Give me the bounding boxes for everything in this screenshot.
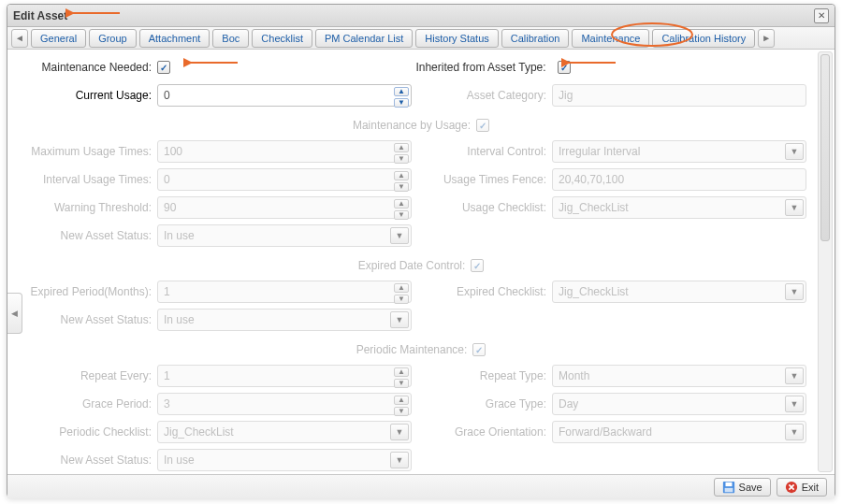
spin-down-icon: ▼	[394, 295, 409, 304]
spin-up-icon: ▲	[394, 143, 409, 152]
tab-group[interactable]: Group	[89, 29, 137, 48]
section-by-usage-title: Maintenance by Usage:	[353, 119, 471, 132]
spin-down-icon: ▼	[394, 379, 409, 388]
repeat-type-label: Repeat Type:	[421, 369, 552, 382]
periodic-checklist-select: Jig_CheckList ▼	[157, 421, 412, 443]
section-by-usage-checkbox	[476, 119, 489, 132]
exit-icon	[785, 481, 798, 494]
periodic-checklist-label: Periodic Checklist:	[26, 425, 157, 439]
asset-category-field: Jig	[552, 84, 806, 107]
svg-rect-1	[725, 482, 732, 485]
chevron-down-icon: ▼	[390, 227, 409, 244]
grace-period-spinner: 3 ▲▼	[157, 393, 412, 415]
expired-status-select: In use ▼	[157, 309, 412, 331]
spin-up-icon: ▲	[394, 367, 409, 377]
grace-type-label: Grace Type:	[421, 397, 552, 410]
expired-period-label: Expired Period(Months):	[26, 285, 157, 298]
periodic-status-label: New Asset Status:	[26, 454, 157, 467]
section-periodic-checkbox	[472, 343, 486, 356]
spin-down-icon: ▼	[394, 210, 409, 220]
section-expired-title: Expired Date Control:	[358, 259, 466, 272]
chevron-down-icon: ▼	[785, 424, 804, 440]
spin-up-icon[interactable]: ▲	[394, 87, 409, 96]
tab-history-status[interactable]: History Status	[415, 29, 498, 48]
chevron-down-icon: ▼	[390, 452, 409, 468]
grace-period-label: Grace Period:	[26, 397, 157, 410]
content-area: Maintenance Needed: Inherited from Asset…	[7, 50, 835, 474]
warn-threshold-spinner: 90 ▲▼	[157, 196, 412, 219]
repeat-every-spinner: 1 ▲▼	[157, 365, 412, 387]
tab-pm-calendar[interactable]: PM Calendar List	[315, 29, 413, 48]
spin-up-icon: ▲	[394, 396, 409, 405]
warn-threshold-label: Warning Threshold:	[26, 201, 157, 214]
tab-scroll-right[interactable]: ►	[758, 29, 775, 48]
save-button[interactable]: Save	[714, 478, 771, 497]
repeat-every-label: Repeat Every:	[26, 369, 157, 382]
current-usage-spinner[interactable]: 0 ▲▼	[157, 84, 412, 107]
save-icon	[722, 481, 735, 494]
tab-maintenance[interactable]: Maintenance	[572, 29, 649, 48]
chevron-down-icon: ▼	[785, 199, 804, 216]
fence-label: Usage Times Fence:	[421, 173, 552, 186]
scrollbar-thumb[interactable]	[820, 54, 830, 241]
periodic-status-select: In use ▼	[157, 449, 412, 471]
chevron-down-icon: ▼	[785, 396, 804, 412]
usage-checklist-select: Jig_CheckList ▼	[552, 196, 806, 219]
current-usage-label: Current Usage:	[26, 89, 157, 102]
usage-checklist-label: Usage Checklist:	[421, 201, 552, 214]
tab-general[interactable]: General	[31, 29, 86, 48]
chevron-down-icon: ▼	[390, 311, 409, 328]
expired-checklist-label: Expired Checklist:	[421, 285, 552, 298]
interval-usage-spinner: 0 ▲▼	[157, 168, 412, 191]
section-periodic-title: Periodic Maintenance:	[356, 343, 468, 356]
spin-up-icon: ▲	[394, 171, 409, 180]
window-title: Edit Asset	[13, 9, 814, 22]
panel-collapse-handle[interactable]: ◀	[7, 293, 22, 334]
grace-type-select: Day ▼	[552, 393, 806, 415]
spin-up-icon: ▲	[394, 283, 409, 293]
close-button[interactable]: ✕	[814, 8, 829, 23]
by-usage-status-label: New Asset Status:	[26, 229, 157, 242]
interval-control-select: Irregular Interval ▼	[552, 140, 806, 163]
spin-down-icon[interactable]: ▼	[394, 98, 409, 108]
repeat-type-select: Month ▼	[552, 365, 806, 387]
tab-calibration[interactable]: Calibration	[501, 29, 570, 48]
maintenance-needed-label: Maintenance Needed:	[26, 61, 157, 74]
max-usage-spinner: 100 ▲▼	[157, 140, 412, 163]
interval-usage-label: Interval Usage Times:	[26, 173, 157, 186]
tab-boc[interactable]: Boc	[212, 29, 249, 48]
fence-field: 20,40,70,100	[552, 168, 806, 191]
spin-down-icon: ▼	[394, 182, 409, 192]
tab-calibration-history[interactable]: Calibration History	[652, 29, 755, 48]
tab-scroll-left[interactable]: ◄	[11, 29, 28, 48]
expired-period-spinner: 1 ▲▼	[157, 281, 412, 303]
section-expired-checkbox	[471, 259, 484, 272]
maintenance-needed-checkbox[interactable]	[157, 61, 170, 74]
interval-control-label: Interval Control:	[421, 145, 552, 158]
expired-checklist-select: Jig_CheckList ▼	[552, 281, 806, 303]
titlebar: Edit Asset ✕	[7, 5, 835, 27]
footer: Save Exit	[7, 474, 835, 498]
exit-button[interactable]: Exit	[777, 478, 827, 497]
asset-category-label: Asset Category:	[421, 89, 552, 102]
chevron-down-icon: ▼	[785, 283, 804, 300]
grace-orientation-label: Grace Orientation:	[421, 425, 552, 439]
tab-checklist[interactable]: Checklist	[252, 29, 312, 48]
grace-orientation-select: Forward/Backward ▼	[552, 421, 806, 443]
chevron-down-icon: ▼	[390, 424, 409, 440]
svg-rect-2	[724, 487, 733, 491]
by-usage-status-select: In use ▼	[157, 224, 412, 247]
tab-attachment[interactable]: Attachment	[139, 29, 210, 48]
expired-status-label: New Asset Status:	[26, 313, 157, 326]
edit-asset-window: Edit Asset ✕ ◄ General Group Attachment …	[7, 4, 835, 497]
inherited-label: Inherited from Asset Type:	[415, 61, 551, 74]
chevron-down-icon: ▼	[785, 367, 804, 384]
max-usage-label: Maximum Usage Times:	[26, 145, 157, 158]
inherited-checkbox[interactable]	[558, 61, 571, 74]
spin-up-icon: ▲	[394, 199, 409, 209]
spin-down-icon: ▼	[394, 407, 409, 416]
tabbar: ◄ General Group Attachment Boc Checklist…	[7, 27, 835, 50]
spin-down-icon: ▼	[394, 154, 409, 164]
vertical-scrollbar[interactable]	[818, 51, 833, 472]
chevron-down-icon: ▼	[785, 143, 804, 160]
